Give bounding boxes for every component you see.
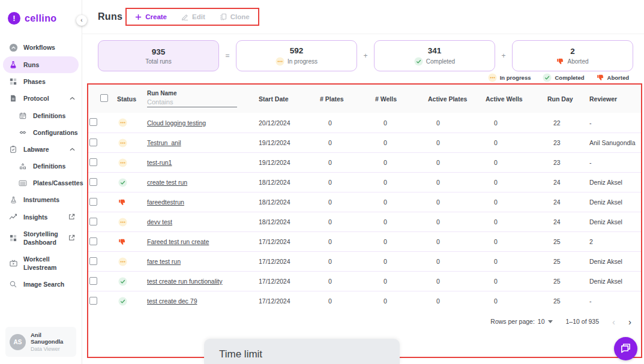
num-plates-cell: 0 bbox=[319, 179, 374, 186]
table-header-row: Status Run Name Start Date # Plates # We… bbox=[88, 85, 641, 113]
active-wells-cell: 0 bbox=[484, 119, 546, 127]
run-name-link[interactable]: test create run functionality bbox=[147, 278, 222, 285]
row-checkbox[interactable] bbox=[89, 158, 97, 166]
sidebar-item-workflows[interactable]: Workflows bbox=[3, 39, 79, 56]
col-run-day: Run Day bbox=[546, 95, 588, 103]
run-day-cell: 24 bbox=[546, 179, 588, 186]
start-date-cell: 18/12/2024 bbox=[257, 179, 319, 186]
sidebar-item-labware-definitions[interactable]: Definitions bbox=[3, 158, 79, 175]
sidebar-item-insights[interactable]: Insights bbox=[3, 209, 79, 225]
row-checkbox[interactable] bbox=[89, 257, 97, 265]
chat-fab-button[interactable] bbox=[614, 337, 637, 360]
status-aborted-icon bbox=[118, 198, 126, 206]
run-name-link[interactable]: Cloud logging testing bbox=[147, 119, 206, 127]
plus-icon bbox=[135, 14, 142, 20]
reviewer-cell: Deniz Aksel bbox=[588, 198, 641, 206]
num-wells-cell: 0 bbox=[374, 119, 427, 127]
protocol-icon bbox=[8, 95, 18, 102]
workflows-icon bbox=[8, 43, 18, 52]
sidebar: ! cellino ‹ WorkflowsRunsPhasesProtocolD… bbox=[0, 0, 82, 364]
run-name-link[interactable]: Fareed test run create bbox=[147, 238, 209, 245]
run-name-link[interactable]: fareedtestrun bbox=[147, 198, 184, 206]
row-checkbox[interactable] bbox=[89, 139, 97, 146]
row-checkbox[interactable] bbox=[89, 237, 97, 245]
num-wells-cell: 0 bbox=[374, 198, 427, 206]
sidebar-item-configurations[interactable]: Configurations bbox=[3, 124, 79, 141]
time-limit-panel: Time limit bbox=[204, 339, 400, 364]
select-all-checkbox[interactable] bbox=[100, 94, 108, 102]
run-name-link[interactable]: test create dec 79 bbox=[147, 297, 197, 305]
avatar: AS bbox=[10, 334, 26, 350]
edit-button[interactable]: Edit bbox=[181, 13, 205, 20]
legend-item-completed: Completed bbox=[543, 73, 584, 82]
reviewer-cell: - bbox=[588, 297, 641, 305]
row-checkbox[interactable] bbox=[89, 178, 97, 186]
status-completed-icon bbox=[414, 57, 423, 66]
active-wells-cell: 0 bbox=[484, 278, 546, 285]
num-plates-cell: 0 bbox=[319, 258, 374, 265]
reviewer-cell: - bbox=[588, 159, 641, 166]
sidebar-item-phases[interactable]: Phases bbox=[3, 73, 79, 90]
stat-card-total[interactable]: 935Total runs bbox=[98, 40, 219, 71]
table-row: Fareed test run create17/12/20240000252 bbox=[88, 231, 641, 251]
next-page-button[interactable]: › bbox=[628, 317, 631, 326]
active-wells-cell: 0 bbox=[484, 238, 546, 245]
sliders-icon bbox=[18, 129, 28, 136]
col-run-name: Run Name bbox=[146, 90, 257, 107]
run-name-filter-input[interactable] bbox=[147, 98, 237, 107]
reviewer-cell: Deniz Aksel bbox=[588, 278, 641, 285]
legend-item-in-progress: In progress bbox=[488, 73, 531, 82]
run-name-link[interactable]: Testrun_anil bbox=[147, 139, 181, 146]
sidebar-item-protocol[interactable]: Protocol bbox=[3, 90, 79, 107]
run-name-link[interactable]: devv test bbox=[147, 218, 172, 225]
num-wells-cell: 0 bbox=[374, 218, 427, 225]
table-body: Cloud logging testing20/12/2024000022-Te… bbox=[88, 113, 641, 311]
stat-card-aborted[interactable]: 2Aborted bbox=[512, 40, 633, 71]
row-checkbox[interactable] bbox=[89, 277, 97, 285]
reviewer-cell: Deniz Aksel bbox=[588, 179, 641, 186]
external-link-icon bbox=[68, 213, 75, 220]
sidebar-item-image-search[interactable]: Image Search bbox=[3, 276, 79, 293]
clone-button[interactable]: Clone bbox=[220, 13, 250, 20]
run-name-link[interactable]: create test run bbox=[147, 179, 187, 186]
sidebar-item-instruments[interactable]: Instruments bbox=[3, 191, 79, 208]
sidebar-item-labware[interactable]: Labware bbox=[3, 141, 79, 158]
table-row: create test run18/12/2024000024Deniz Aks… bbox=[88, 172, 641, 192]
operator-label: + bbox=[363, 52, 368, 60]
livestream-icon bbox=[8, 260, 18, 267]
operator-label: + bbox=[501, 52, 506, 60]
row-checkbox[interactable] bbox=[89, 198, 97, 206]
rows-per-page-select[interactable]: Rows per page: 10 bbox=[490, 318, 552, 325]
run-name-link[interactable]: fare test run bbox=[147, 258, 181, 265]
sidebar-item-storytelling-dashboard[interactable]: Storytelling Dashboard bbox=[3, 225, 79, 251]
start-date-cell: 19/12/2024 bbox=[257, 159, 319, 166]
sidebar-item-plates-cassettes[interactable]: Plates/Cassettes bbox=[3, 175, 79, 191]
operator-label: = bbox=[225, 52, 230, 60]
col-num-wells: # Wells bbox=[374, 95, 427, 103]
sidebar-item-workcell-livestream[interactable]: Workcell Livestream bbox=[3, 251, 79, 276]
num-plates-cell: 0 bbox=[319, 278, 374, 285]
external-link-icon bbox=[68, 234, 75, 241]
table-row: fareedtestrun18/12/2024000024Deniz Aksel bbox=[88, 192, 641, 212]
status-in-progress-icon bbox=[118, 118, 127, 127]
row-checkbox[interactable] bbox=[89, 218, 97, 225]
row-checkbox[interactable] bbox=[89, 297, 97, 305]
user-card[interactable]: AS Anil Sanugondla Data Viewer bbox=[5, 327, 76, 357]
stat-card-completed[interactable]: 341Completed bbox=[374, 40, 495, 71]
create-button[interactable]: Create bbox=[135, 13, 167, 20]
start-date-cell: 19/12/2024 bbox=[257, 139, 319, 146]
run-name-link[interactable]: test-run1 bbox=[147, 159, 172, 166]
active-plates-cell: 0 bbox=[427, 218, 484, 225]
plates-icon bbox=[18, 180, 28, 186]
num-plates-cell: 0 bbox=[319, 218, 374, 225]
reviewer-cell: Deniz Aksel bbox=[588, 218, 641, 225]
table-row: Testrun_anil19/12/2024000023Anil Sanugon… bbox=[88, 133, 641, 152]
previous-page-button[interactable]: ‹ bbox=[612, 317, 615, 326]
sidebar-collapse-button[interactable]: ‹ bbox=[76, 15, 87, 26]
stat-card-in-progress[interactable]: 592In progress bbox=[236, 40, 357, 71]
row-checkbox[interactable] bbox=[89, 118, 97, 126]
sidebar-item-runs[interactable]: Runs bbox=[3, 56, 79, 73]
chevron-down-icon bbox=[548, 320, 553, 323]
sidebar-item-protocol-definitions[interactable]: Definitions bbox=[3, 107, 79, 124]
reviewer-cell: Deniz Aksel bbox=[588, 258, 641, 265]
